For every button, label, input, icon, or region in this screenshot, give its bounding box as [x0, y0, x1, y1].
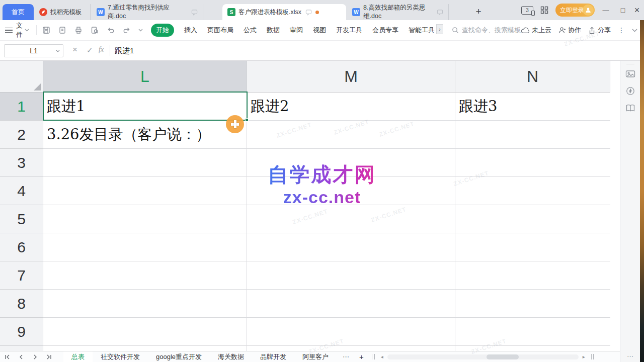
ribbon-tab-page-layout[interactable]: 页面布局: [207, 26, 233, 35]
first-sheet-icon[interactable]: [0, 354, 14, 360]
login-button[interactable]: 立即登录: [555, 4, 595, 17]
cell-M10[interactable]: [247, 346, 455, 351]
sheet-list-more-icon[interactable]: ⋯: [337, 353, 355, 360]
cell-M3[interactable]: [247, 149, 455, 177]
cell-M4[interactable]: [247, 177, 455, 205]
sheet-tab-brand[interactable]: 品牌开发: [252, 351, 294, 362]
cell-L5[interactable]: [43, 205, 247, 233]
row-header-6[interactable]: 6: [0, 233, 43, 261]
sheet-tab-alibaba[interactable]: 阿里客户: [294, 351, 337, 362]
ribbon-tab-data[interactable]: 数据: [267, 26, 280, 35]
add-sheet-button[interactable]: +: [355, 352, 368, 361]
file-chevron-icon[interactable]: [25, 29, 29, 32]
command-search[interactable]: 查找命令、搜索模板: [452, 26, 521, 35]
cell-M5[interactable]: [247, 205, 455, 233]
row-header-9[interactable]: 9: [0, 318, 43, 346]
ribbon-tab-formulas[interactable]: 公式: [244, 26, 257, 35]
apps-grid-icon[interactable]: [540, 6, 548, 14]
ribbon-tab-review[interactable]: 审阅: [290, 26, 303, 35]
tab-docer-templates[interactable]: 找稻壳模板: [34, 4, 91, 20]
sidebar-more-icon[interactable]: ⋯: [620, 352, 640, 360]
horizontal-scrollbar[interactable]: [387, 354, 579, 359]
insert-function-icon[interactable]: fx: [99, 46, 104, 54]
column-header-M[interactable]: M: [247, 61, 455, 93]
cell-M2[interactable]: [247, 121, 455, 149]
name-box-chevron-icon[interactable]: [56, 50, 60, 52]
cell-N8[interactable]: [455, 290, 610, 318]
row-header-1[interactable]: 1: [0, 93, 43, 121]
cell-L9[interactable]: [43, 318, 247, 346]
window-manager-icon[interactable]: 3: [521, 6, 533, 15]
more-options-icon[interactable]: ⋮: [618, 26, 625, 34]
redo-icon[interactable]: [122, 26, 131, 35]
print-icon[interactable]: [74, 26, 83, 35]
cancel-entry-icon[interactable]: ×: [72, 45, 77, 55]
column-header-L[interactable]: L: [43, 61, 247, 93]
cell-M7[interactable]: [247, 261, 455, 290]
collaborate-button[interactable]: 协作: [558, 26, 581, 35]
cloud-status[interactable]: 未上云: [521, 26, 551, 35]
close-button[interactable]: ×: [629, 0, 644, 20]
cell-L10[interactable]: [43, 346, 247, 351]
pane-splitter[interactable]: [587, 354, 598, 359]
new-tab-button[interactable]: +: [472, 5, 485, 18]
tab-doc-email[interactable]: W 8.高效找邮箱的另类思维.doc: [347, 4, 449, 20]
cell-M9[interactable]: [247, 318, 455, 346]
cell-L4[interactable]: [43, 177, 247, 205]
dictionary-book-icon[interactable]: [625, 104, 635, 113]
row-header-8[interactable]: 8: [0, 290, 43, 318]
hscroll-right-arrow-icon[interactable]: ▸: [581, 354, 587, 359]
tips-bolt-icon[interactable]: [625, 86, 635, 96]
formula-content[interactable]: 跟进1: [115, 41, 134, 60]
cell-N6[interactable]: [455, 233, 610, 261]
cell-L2[interactable]: 3.26发目录（客户说：）: [43, 121, 247, 149]
cell-M8[interactable]: [247, 290, 455, 318]
home-tab-button[interactable]: 首页: [3, 4, 34, 20]
name-box[interactable]: L1: [4, 44, 63, 57]
sheet-tab-google[interactable]: google重点开发: [148, 351, 210, 362]
collapse-ribbon-icon[interactable]: [632, 29, 637, 32]
sheet-tab-customs[interactable]: 海关数据: [210, 351, 252, 362]
ribbon-tab-home[interactable]: 开始: [151, 24, 174, 37]
cell-N3[interactable]: [455, 149, 610, 177]
row-header-10-partial[interactable]: [0, 346, 43, 351]
ribbon-tab-smart-tools[interactable]: 智能工具 ›: [409, 26, 435, 35]
row-header-3[interactable]: 3: [0, 149, 43, 177]
cell-N1[interactable]: 跟进3: [455, 93, 610, 121]
cell-N5[interactable]: [455, 205, 610, 233]
ribbon-overflow-arrow[interactable]: ›: [436, 24, 443, 34]
row-header-5[interactable]: 5: [0, 205, 43, 233]
share-button[interactable]: 分享: [588, 26, 611, 35]
select-all-corner[interactable]: [0, 61, 43, 93]
row-header-7[interactable]: 7: [0, 261, 43, 290]
prev-sheet-icon[interactable]: [14, 354, 28, 360]
cell-L7[interactable]: [43, 261, 247, 290]
cell-M6[interactable]: [247, 233, 455, 261]
cell-N7[interactable]: [455, 261, 610, 290]
sheet-tab-social[interactable]: 社交软件开发: [93, 351, 148, 362]
ribbon-tab-dev-tools[interactable]: 开发工具: [336, 26, 362, 35]
fill-handle[interactable]: [245, 118, 249, 122]
confirm-entry-icon[interactable]: ✓: [87, 46, 93, 55]
undo-icon[interactable]: [106, 26, 115, 35]
last-sheet-icon[interactable]: [42, 354, 56, 360]
cell-N4[interactable]: [455, 177, 610, 205]
resource-image-icon[interactable]: [625, 69, 635, 78]
cell-M1[interactable]: 跟进2: [247, 93, 455, 121]
main-menu-icon[interactable]: [5, 26, 13, 35]
cell-L8[interactable]: [43, 290, 247, 318]
tab-active-spreadsheet[interactable]: S 客户跟进表格模板.xlsx: [222, 4, 346, 20]
cell-L6[interactable]: [43, 233, 247, 261]
minimize-button[interactable]: —: [598, 0, 614, 20]
output-icon[interactable]: [58, 26, 67, 35]
row-header-2[interactable]: 2: [0, 121, 43, 149]
cell-N10[interactable]: [455, 346, 610, 351]
ribbon-tab-view[interactable]: 视图: [313, 26, 326, 35]
column-header-N[interactable]: N: [455, 61, 610, 93]
pane-splitter[interactable]: [368, 354, 379, 359]
cell-N2[interactable]: [455, 121, 610, 149]
sheet-tab-summary[interactable]: 总表: [63, 351, 93, 362]
tab-doc-supplier[interactable]: W 7.通过零售商找到供应商.doc: [92, 4, 203, 20]
ribbon-tab-insert[interactable]: 插入: [184, 26, 197, 35]
cell-L3[interactable]: [43, 149, 247, 177]
